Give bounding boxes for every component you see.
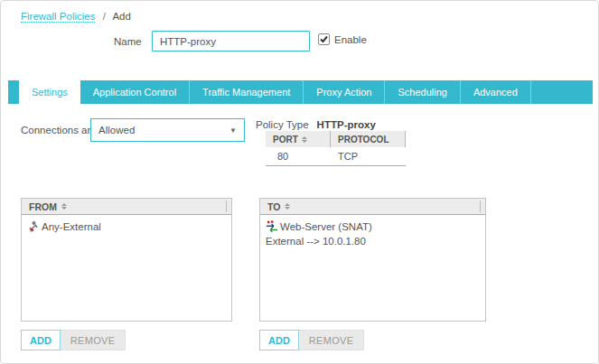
from-panel-body: Any-External (22, 215, 231, 238)
list-item-label: Web-Server (SNAT) (280, 221, 372, 232)
list-item-subline: External --> 10.0.1.80 (266, 236, 480, 247)
to-panel: TO Web-Server (SNAT) External --> 10.0.1… (259, 198, 486, 322)
tab-spacer (8, 80, 19, 104)
enable-label: Enable (334, 34, 367, 45)
breadcrumb-separator: / (103, 11, 106, 22)
sort-icon (285, 203, 290, 210)
from-add-button[interactable]: ADD (21, 330, 61, 350)
table-row: 80 TCP (266, 147, 406, 166)
connections-dropdown[interactable]: Allowed ▼ (90, 118, 245, 142)
enable-checkbox[interactable] (318, 33, 330, 45)
breadcrumb: Firewall Policies / Add (21, 11, 131, 22)
enable-checkbox-group: Enable (318, 33, 367, 45)
tab-settings[interactable]: Settings (19, 80, 80, 104)
connections-dropdown-value: Allowed (98, 125, 135, 135)
to-remove-button[interactable]: REMOVE (299, 330, 364, 350)
list-item-label: Any-External (42, 221, 101, 232)
protocol-column-header[interactable]: PROTOCOL (331, 131, 406, 147)
list-item-any-external[interactable]: Any-External (27, 220, 226, 233)
tab-traffic-management[interactable]: Traffic Management (190, 80, 304, 104)
name-label: Name (114, 36, 142, 47)
snat-icon (266, 220, 278, 233)
breadcrumb-current: Add (112, 11, 130, 22)
to-panel-header[interactable]: TO (260, 199, 485, 215)
checkmark-icon (319, 34, 329, 44)
to-button-row: ADD REMOVE (259, 330, 364, 350)
from-remove-button[interactable]: REMOVE (61, 330, 126, 350)
tab-proxy-action[interactable]: Proxy Action (304, 80, 385, 104)
protocol-cell: TCP (331, 151, 406, 162)
tab-bar: Settings Application Control Traffic Man… (8, 80, 593, 104)
sort-icon (302, 136, 307, 143)
policy-type-value: HTTP-proxy (317, 119, 376, 130)
chevron-down-icon: ▼ (229, 126, 237, 135)
to-header-label: TO (267, 201, 280, 212)
policy-type-label: Policy Type (256, 119, 309, 130)
from-panel: FROM Any-External (21, 198, 232, 322)
to-add-button[interactable]: ADD (259, 330, 299, 350)
from-panel-header[interactable]: FROM (22, 199, 231, 215)
from-button-row: ADD REMOVE (21, 330, 126, 350)
port-protocol-table: PORT PROTOCOL 80 TCP (266, 131, 406, 166)
firewall-policy-add-page: Firewall Policies / Add Name Enable Sett… (0, 0, 599, 364)
sort-icon (61, 203, 67, 210)
name-input[interactable] (152, 31, 310, 51)
alias-icon (27, 220, 40, 233)
list-item-web-server-snat[interactable]: Web-Server (SNAT) (266, 220, 480, 233)
tab-scheduling[interactable]: Scheduling (385, 80, 460, 104)
tab-application-control[interactable]: Application Control (80, 80, 190, 104)
policy-type-row: Policy Type HTTP-proxy (256, 119, 376, 130)
from-header-label: FROM (29, 201, 57, 212)
tab-advanced[interactable]: Advanced (461, 80, 531, 104)
breadcrumb-link-firewall-policies[interactable]: Firewall Policies (21, 11, 95, 23)
port-column-header[interactable]: PORT (266, 131, 331, 147)
connections-are-label: Connections are (21, 125, 97, 135)
to-panel-body: Web-Server (SNAT) External --> 10.0.1.80 (260, 215, 485, 252)
tab-bar-filler (531, 80, 593, 104)
port-table-header: PORT PROTOCOL (266, 131, 406, 147)
port-cell: 80 (266, 151, 331, 162)
